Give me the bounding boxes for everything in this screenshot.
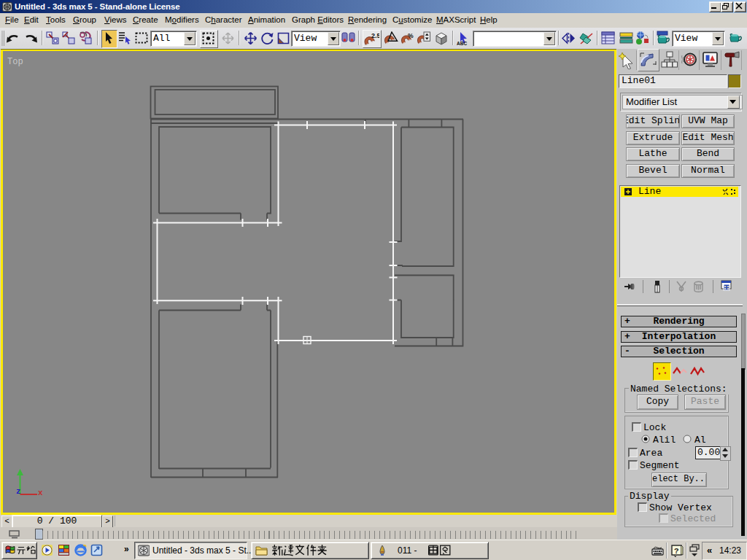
- svg-text:ABC: ABC: [457, 41, 467, 46]
- svg-text:z: z: [16, 487, 21, 496]
- svg-text:2.5: 2.5: [371, 32, 379, 39]
- svg-text:%: %: [408, 32, 414, 39]
- svg-text:x: x: [38, 489, 43, 497]
- svg-text:?: ?: [674, 547, 679, 556]
